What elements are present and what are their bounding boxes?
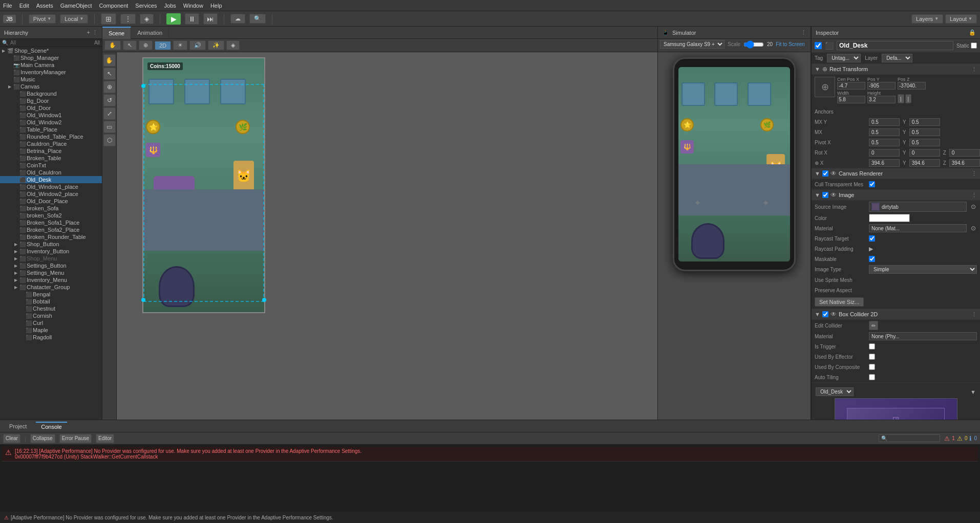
- static-checkbox[interactable]: [971, 42, 977, 49]
- console-collapse-btn[interactable]: Collapse: [30, 434, 55, 443]
- cr-menu-icon[interactable]: ⋮: [971, 170, 977, 177]
- hierarchy-item-old_window1[interactable]: ⬛Old_Window1: [0, 112, 102, 119]
- hierarchy-item-inventory_button[interactable]: ▶⬛Inventory_Button: [0, 248, 102, 255]
- rt-width-input[interactable]: [837, 96, 865, 103]
- bc-eye-icon[interactable]: 👁: [830, 311, 837, 318]
- rt-wh-btn2[interactable]: |: [905, 94, 912, 103]
- handle-bl[interactable]: [141, 298, 145, 302]
- anchor-mx-input[interactable]: [869, 118, 900, 126]
- hierarchy-item-old_window1_place[interactable]: ⬛Old_Window1_place: [0, 183, 102, 190]
- img-source-field[interactable]: dirtytab: [869, 202, 967, 212]
- rt-posz-input[interactable]: [898, 82, 926, 90]
- hierarchy-item-bg_door[interactable]: ⬛Bg_Door: [0, 97, 102, 104]
- hierarchy-item-old_desk[interactable]: ⬛Old_Desk: [0, 176, 102, 183]
- rt-posx-input[interactable]: [837, 82, 865, 90]
- img-triangle[interactable]: ▼: [815, 192, 820, 198]
- hierarchy-item-shop_button[interactable]: ▶⬛Shop_Button: [0, 241, 102, 248]
- img-raycast-checkbox[interactable]: [869, 235, 875, 242]
- layer-select[interactable]: Defa...: [882, 54, 912, 62]
- hierarchy-item-betrina_place[interactable]: ⬛Betrina_Place: [0, 147, 102, 155]
- hierarchy-item-music[interactable]: ⬛Music: [0, 76, 102, 83]
- hierarchy-item-bobtail[interactable]: ⬛Bobtail: [0, 298, 102, 305]
- console-error-message[interactable]: ⚠ [16:22:13] [Adaptive Performance] No P…: [2, 447, 978, 462]
- img-checkbox[interactable]: [822, 192, 828, 198]
- hierarchy-item-old_door[interactable]: ⬛Old_Door: [0, 104, 102, 112]
- img-type-select[interactable]: Simple: [869, 265, 977, 274]
- rot-y-input[interactable]: [909, 149, 940, 157]
- hierarchy-item-inventory_manager[interactable]: ⬛InventoryManager: [0, 69, 102, 76]
- hierarchy-item-settings_menu[interactable]: ▶⬛Settings_Menu: [0, 269, 102, 276]
- hierarchy-item-background[interactable]: ⬛Background: [0, 90, 102, 97]
- sim-device-select[interactable]: Samsung Galaxy S9 +: [660, 40, 725, 49]
- bc-tiling-checkbox[interactable]: [869, 374, 875, 380]
- scene-hand-tool[interactable]: ✋: [104, 40, 121, 50]
- hierarchy-item-broken_table[interactable]: ⬛Broken_Table: [0, 155, 102, 162]
- menu-help[interactable]: Help: [210, 3, 222, 9]
- hierarchy-item-shop_menu[interactable]: ▶⬛Shop_Menu: [0, 255, 102, 262]
- tab-animation[interactable]: Animation: [131, 27, 169, 39]
- rot-x-input[interactable]: [869, 149, 900, 157]
- menu-window[interactable]: Window: [183, 3, 203, 9]
- rt-height-input[interactable]: [867, 96, 896, 103]
- play-button[interactable]: ▶: [166, 13, 181, 25]
- rot-z-input[interactable]: [949, 149, 980, 157]
- scale-z-input[interactable]: [949, 159, 980, 167]
- cr-checkbox[interactable]: [822, 170, 828, 177]
- img-eye-icon[interactable]: 👁: [830, 191, 837, 199]
- gizmo-button[interactable]: ◈: [140, 14, 154, 24]
- menu-file[interactable]: File: [3, 3, 12, 9]
- hierarchy-item-shop_manager[interactable]: ⬛Shop_Manager: [0, 54, 102, 61]
- bc-trigger-checkbox[interactable]: [869, 343, 875, 350]
- bc-triangle[interactable]: ▼: [815, 311, 820, 317]
- hierarchy-add-icon[interactable]: +: [87, 29, 90, 36]
- img-source-browse[interactable]: ⊙: [970, 203, 977, 210]
- hierarchy-item-table_place[interactable]: ⬛Table_Place: [0, 126, 102, 133]
- hierarchy-item-ragdoll[interactable]: ⬛Ragdoll: [0, 334, 102, 341]
- bc-menu-icon[interactable]: ⋮: [971, 311, 977, 318]
- console-error-pause-btn[interactable]: Error Pause: [59, 434, 92, 443]
- collab-button[interactable]: ☁: [230, 14, 245, 24]
- hierarchy-item-rounded_table[interactable]: ⬛Rounded_Table_Place: [0, 133, 102, 140]
- rt-triangle[interactable]: ▼: [815, 66, 820, 72]
- scene-light-toggle[interactable]: ☀: [173, 40, 187, 50]
- hierarchy-item-broken_sofa2_place[interactable]: ⬛Broken_Sofa2_Place: [0, 226, 102, 233]
- scene-2d-button[interactable]: 2D: [155, 41, 171, 50]
- pause-button[interactable]: ⏸: [185, 13, 199, 25]
- hierarchy-item-broken_sofa1_place[interactable]: ⬛Broken_Sofa1_Place: [0, 219, 102, 226]
- layout-button[interactable]: Layout ▼: [945, 14, 977, 24]
- img-set-native-btn[interactable]: Set Native Siz...: [815, 297, 864, 307]
- hierarchy-item-main_camera[interactable]: 📷Main Camera: [0, 61, 102, 69]
- hierarchy-item-canvas[interactable]: ▶⬛Canvas: [0, 83, 102, 90]
- scene-audio-toggle[interactable]: 🔊: [189, 40, 206, 50]
- hierarchy-item-broken_rounder_table[interactable]: ⬛Broken_Rounder_Table: [0, 233, 102, 241]
- console-editor-btn[interactable]: Editor: [96, 434, 114, 443]
- anchor-my-input[interactable]: [909, 118, 940, 126]
- cr-eye-icon[interactable]: 👁: [830, 170, 837, 177]
- hierarchy-item-coin_txt[interactable]: ⬛CoinTxt: [0, 162, 102, 169]
- img-material-browse[interactable]: ⊙: [970, 225, 977, 232]
- hierarchy-search-input[interactable]: [10, 40, 92, 46]
- rt-posy-input[interactable]: [867, 82, 896, 90]
- scene-fx-toggle[interactable]: ✨: [208, 40, 224, 50]
- hierarchy-item-maple[interactable]: ⬛Maple: [0, 326, 102, 334]
- hierarchy-item-cauldron_place[interactable]: ⬛Cauldron_Place: [0, 140, 102, 147]
- preview-name-select[interactable]: Old_Desk: [816, 387, 854, 396]
- hierarchy-item-bengal[interactable]: ⬛Bengal: [0, 291, 102, 298]
- menu-edit[interactable]: Edit: [19, 3, 29, 9]
- hierarchy-item-chestnut[interactable]: ⬛Chestnut: [0, 305, 102, 312]
- step-button[interactable]: ⏭: [203, 13, 218, 25]
- anchor-my2-input[interactable]: [909, 128, 940, 136]
- inspector-lock-icon[interactable]: 🔒: [969, 29, 976, 36]
- pivot-y-input[interactable]: [909, 139, 940, 146]
- cr-triangle[interactable]: ▼: [815, 170, 820, 177]
- scene-move-tool[interactable]: ⊕: [139, 40, 153, 50]
- layers-button[interactable]: Layers ▼: [911, 14, 943, 24]
- bc-edit-btn[interactable]: ✏: [869, 321, 878, 330]
- handle-br[interactable]: [262, 298, 266, 302]
- rect-tool[interactable]: ▭: [103, 121, 116, 133]
- rotate-tool[interactable]: ↺: [103, 94, 116, 106]
- hierarchy-item-settings_button[interactable]: ▶⬛Settings_Button: [0, 262, 102, 269]
- object-name-input[interactable]: [837, 41, 953, 50]
- scale-tool[interactable]: ⤢: [103, 107, 116, 120]
- scale-x-input[interactable]: [869, 159, 900, 167]
